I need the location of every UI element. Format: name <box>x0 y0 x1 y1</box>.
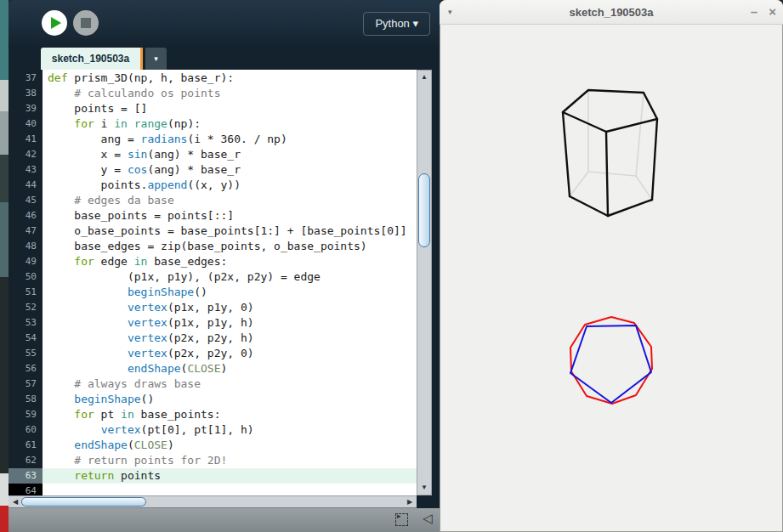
gutter-line-number: 42 <box>9 147 43 162</box>
code-line[interactable]: # always draws base <box>43 376 417 392</box>
code-line[interactable]: vertex(p2x, p2y, 0) <box>43 346 417 361</box>
gutter-line-number: 61 <box>9 438 43 453</box>
gutter-line-number: 38 <box>9 86 43 101</box>
tab-menu-caret[interactable]: ▾ <box>145 48 167 70</box>
vertical-scrollbar-thumb[interactable] <box>418 173 430 247</box>
code-line[interactable]: for i in range(np): <box>43 116 417 132</box>
export-arrow-icon: ▸ <box>397 512 401 520</box>
code-line[interactable]: # return points for 2D! <box>43 453 417 468</box>
gutter-line-number: 58 <box>9 392 43 407</box>
code-line[interactable]: base_points = points[::] <box>43 208 417 224</box>
gutter-line-number: 59 <box>9 407 43 422</box>
prism-visible-edge <box>570 196 608 216</box>
sketch-output-window: ▾ sketch_190503a – × <box>440 0 783 532</box>
gutter-line-number: 44 <box>9 178 43 193</box>
gutter-line-number: 48 <box>9 239 43 254</box>
prism-visible-edge <box>563 112 570 196</box>
gutter-line-number: 47 <box>9 224 43 239</box>
ide-window: Python ▾ sketch_190503a ▾ 37383940414243… <box>9 0 440 532</box>
code-line[interactable]: points.append((x, y)) <box>43 178 417 193</box>
sketch-window-title: sketch_190503a <box>440 0 783 25</box>
tab-sketch[interactable]: sketch_190503a <box>41 48 143 70</box>
horizontal-scrollbar-thumb[interactable] <box>21 497 146 507</box>
scroll-up-arrow-icon[interactable]: ▲ <box>417 71 431 84</box>
background-window-sliver <box>0 0 9 532</box>
code-line[interactable]: vertex(p2x, p2y, h) <box>43 331 417 346</box>
run-button[interactable] <box>42 10 67 36</box>
prism-visible-edge <box>606 132 608 216</box>
code-line[interactable]: return points <box>43 468 417 484</box>
code-line[interactable]: for edge in base_edges: <box>43 254 417 269</box>
code-area[interactable]: def prism_3D(np, h, base_r): # calculand… <box>43 70 417 495</box>
gutter-line-number: 64 <box>9 484 43 495</box>
red-decagon <box>570 317 652 404</box>
code-line[interactable] <box>43 484 417 495</box>
mode-selector-button[interactable]: Python ▾ <box>363 12 430 36</box>
sketch-window-titlebar[interactable]: ▾ sketch_190503a – × <box>440 0 783 25</box>
close-button[interactable]: × <box>769 0 776 23</box>
scroll-left-arrow-icon[interactable]: ◀ <box>9 496 21 507</box>
code-line[interactable]: vertex(p1x, p1y, h) <box>43 315 417 331</box>
code-editor: 3738394041424344454647484950515253545556… <box>9 70 432 495</box>
gutter-line-number: 53 <box>9 315 43 331</box>
status-bar: ▸ ◁ <box>9 508 440 532</box>
stop-button[interactable] <box>73 10 99 36</box>
scroll-down-arrow-icon[interactable]: ▼ <box>417 481 431 495</box>
gutter-line-number: 56 <box>9 361 43 376</box>
code-line[interactable]: for pt in base_points: <box>43 407 417 422</box>
gutter-line-number: 45 <box>9 193 43 208</box>
gutter-line-number: 41 <box>9 132 43 147</box>
gutter-line-number: 51 <box>9 285 43 300</box>
horizontal-scrollbar[interactable]: ◀ ▶ <box>9 495 417 508</box>
code-line[interactable]: x = sin(ang) * base_r <box>43 147 417 162</box>
gutter-line-number: 40 <box>9 116 43 132</box>
gutter-line-number: 63 <box>9 468 43 484</box>
code-line[interactable]: # calculando os points <box>43 86 417 101</box>
minimize-button[interactable]: – <box>751 0 757 23</box>
code-line[interactable]: o_base_points = base_points[1:] + [base_… <box>43 224 417 239</box>
gutter-line-number: 62 <box>9 453 43 468</box>
export-frame-icon[interactable]: ▸ <box>395 513 408 526</box>
gutter-line-number: 46 <box>9 208 43 224</box>
code-line[interactable]: beginShape() <box>43 392 417 407</box>
code-line[interactable]: # edges da base <box>43 193 417 208</box>
prism-hidden-edge <box>636 93 644 176</box>
gutter-line-number: 50 <box>9 269 43 285</box>
code-line[interactable]: ang = radians(i * 360. / np) <box>43 132 417 147</box>
stop-icon <box>81 18 91 28</box>
prism-hidden-edge <box>570 172 588 196</box>
prism-hidden-edge <box>588 172 636 176</box>
ide-toolbar: Python ▾ <box>9 0 440 48</box>
gutter-line-number: 54 <box>9 331 43 346</box>
code-line[interactable]: beginShape() <box>43 285 417 300</box>
gutter-line-number: 60 <box>9 422 43 438</box>
scroll-right-arrow-icon[interactable]: ▶ <box>404 496 416 507</box>
tab-bar: sketch_190503a ▾ <box>9 48 440 70</box>
gutter-line-number: 43 <box>9 162 43 178</box>
code-line[interactable]: base_edges = zip(base_points, o_base_poi… <box>43 239 417 254</box>
code-line[interactable]: vertex(pt[0], pt[1], h) <box>43 422 417 438</box>
code-line[interactable]: points = [] <box>43 101 417 116</box>
play-icon <box>51 17 61 29</box>
code-line[interactable]: def prism_3D(np, h, base_r): <box>43 71 417 86</box>
gutter-line-number: 55 <box>9 346 43 361</box>
prism-hidden-edge <box>636 176 652 200</box>
gutter-line-number: 49 <box>9 254 43 269</box>
gutter-line-number: 57 <box>9 376 43 392</box>
gutter: 3738394041424344454647484950515253545556… <box>9 70 43 495</box>
code-line[interactable]: vertex(p1x, p1y, 0) <box>43 300 417 315</box>
prism-visible-edge <box>652 119 657 200</box>
gutter-line-number: 39 <box>9 101 43 116</box>
gutter-line-number: 52 <box>9 300 43 315</box>
code-line[interactable]: endShape(CLOSE) <box>43 438 417 453</box>
console-toggle-icon[interactable]: ◁ <box>423 511 433 526</box>
code-line[interactable]: (p1x, p1y), (p2x, p2y) = edge <box>43 269 417 285</box>
code-line[interactable]: y = cos(ang) * base_r <box>43 162 417 178</box>
prism-visible-edge <box>608 200 652 216</box>
vertical-scrollbar[interactable]: ▲ ▼ <box>417 70 432 495</box>
code-line[interactable]: endShape(CLOSE) <box>43 361 417 376</box>
gutter-line-number: 37 <box>9 71 43 86</box>
sketch-canvas-svg <box>440 25 783 532</box>
